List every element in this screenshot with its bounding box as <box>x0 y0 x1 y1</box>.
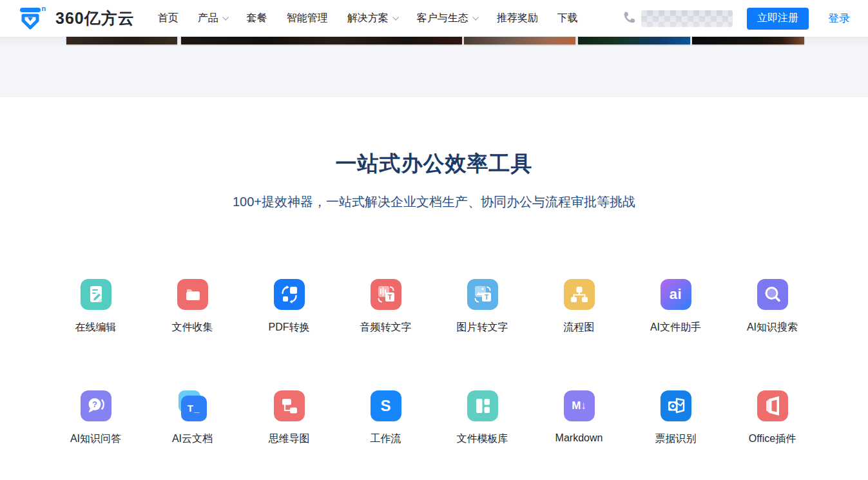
tool-label: AI云文档 <box>172 432 213 446</box>
tool-flowchart[interactable]: 流程图 <box>531 279 628 334</box>
brand-logo-icon: n <box>19 5 49 33</box>
carousel-image[interactable] <box>464 37 575 44</box>
ai-file-assistant-icon: ai <box>661 279 691 310</box>
tool-workflow[interactable]: S 工作流 <box>338 390 434 446</box>
phone-icon <box>622 10 636 27</box>
tool-label: 文件收集 <box>172 321 213 334</box>
receipt-ocr-icon <box>661 390 691 421</box>
tool-image-to-text[interactable]: T 图片转文字 <box>434 279 531 334</box>
online-edit-icon <box>81 279 111 310</box>
tool-label: 工作流 <box>371 432 401 446</box>
tool-mindmap[interactable]: 思维导图 <box>241 390 338 446</box>
pdf-convert-icon <box>274 279 305 310</box>
svg-text:T: T <box>387 293 392 301</box>
nav-item-home[interactable]: 首页 <box>158 12 178 25</box>
tool-label: 流程图 <box>564 321 595 334</box>
tool-label: AI文件助手 <box>650 321 701 334</box>
office-plugin-icon <box>757 390 788 421</box>
nav-item-customers-ecosystem[interactable]: 客户与生态 <box>417 12 477 25</box>
carousel-image[interactable] <box>66 37 177 44</box>
register-button[interactable]: 立即注册 <box>747 8 809 30</box>
audio-to-text-icon: T <box>371 279 401 310</box>
login-link[interactable]: 登录 <box>828 11 850 26</box>
tool-audio-to-text[interactable]: T 音频转文字 <box>338 279 434 334</box>
chevron-down-icon <box>392 14 399 20</box>
tool-label: Office插件 <box>749 432 796 446</box>
tool-label: PDF转换 <box>269 321 310 334</box>
flowchart-icon <box>564 279 595 310</box>
tool-ai-file-assistant[interactable]: ai AI文件助手 <box>628 279 724 334</box>
tool-ai-knowledge-qa[interactable]: ? AI知识问答 <box>48 390 144 446</box>
tool-label: 票据识别 <box>655 432 697 446</box>
tool-label: 思维导图 <box>269 432 310 446</box>
tool-label: 在线编辑 <box>75 321 117 334</box>
cloud-doc-front-square: T_ <box>181 396 207 421</box>
tool-label: AI知识搜索 <box>747 321 798 334</box>
nav-item-referral-rewards[interactable]: 推荐奖励 <box>497 12 538 25</box>
tool-label: 文件模板库 <box>457 432 508 446</box>
tool-ai-knowledge-search[interactable]: AI知识搜索 <box>724 279 821 334</box>
tool-label: 音频转文字 <box>360 321 412 334</box>
tool-file-collect[interactable]: 文件收集 <box>144 279 241 334</box>
top-header: n 360亿方云 首页 产品 套餐 智能管理 解决方案 客户与生态 推荐奖励 下… <box>0 0 868 37</box>
file-collect-icon <box>177 279 208 310</box>
tool-label: 图片转文字 <box>457 321 508 334</box>
main-nav: 首页 产品 套餐 智能管理 解决方案 客户与生态 推荐奖励 下载 <box>158 12 578 25</box>
chevron-down-icon <box>472 14 479 20</box>
tool-office-plugin[interactable]: Office插件 <box>724 390 821 446</box>
nav-item-download[interactable]: 下载 <box>557 12 578 25</box>
page-title: 一站式办公效率工具 <box>0 150 868 178</box>
nav-item-plans[interactable]: 套餐 <box>247 12 267 25</box>
tool-grid: 在线编辑 文件收集 PDF转 <box>0 279 868 446</box>
phone-number-redacted <box>641 10 733 27</box>
ai-knowledge-search-icon <box>757 279 788 310</box>
tool-label: AI知识问答 <box>70 432 121 446</box>
workflow-icon: S <box>371 390 401 421</box>
tool-receipt-ocr[interactable]: 票据识别 <box>628 390 724 446</box>
markdown-icon: M↓ <box>564 390 595 421</box>
tools-section: 一站式办公效率工具 100+提效神器，一站式解决企业文档生产、协同办公与流程审批… <box>0 97 868 446</box>
carousel-image[interactable] <box>578 37 690 44</box>
tool-online-edit[interactable]: 在线编辑 <box>48 279 144 334</box>
ai-knowledge-qa-icon: ? <box>81 390 111 421</box>
carousel-remnant-section <box>0 37 868 97</box>
svg-text:n: n <box>42 5 46 12</box>
svg-text:T: T <box>484 293 488 301</box>
header-actions: 立即注册 登录 <box>622 8 850 30</box>
carousel-image[interactable] <box>692 37 804 44</box>
carousel-image[interactable] <box>181 37 462 44</box>
page-subtitle: 100+提效神器，一站式解决企业文档生产、协同办公与流程审批等挑战 <box>0 193 868 211</box>
template-library-icon <box>467 390 498 421</box>
mindmap-icon <box>274 390 305 421</box>
tool-pdf-convert[interactable]: PDF转换 <box>241 279 338 334</box>
nav-item-solutions[interactable]: 解决方案 <box>347 12 398 25</box>
tool-markdown[interactable]: M↓ Markdown <box>531 390 628 446</box>
chevron-down-icon <box>222 14 229 20</box>
tool-ai-cloud-doc[interactable]: T_ AI云文档 <box>144 390 241 446</box>
brand-logo[interactable]: n 360亿方云 <box>19 5 135 33</box>
nav-item-products[interactable]: 产品 <box>198 12 227 25</box>
svg-text:?: ? <box>92 399 97 409</box>
tool-label: Markdown <box>555 432 603 444</box>
image-to-text-icon: T <box>467 279 498 310</box>
tool-template-library[interactable]: 文件模板库 <box>434 390 531 446</box>
ai-cloud-doc-icon: T_ <box>177 390 208 421</box>
nav-item-smart-management[interactable]: 智能管理 <box>287 12 328 25</box>
brand-name: 360亿方云 <box>55 8 135 29</box>
